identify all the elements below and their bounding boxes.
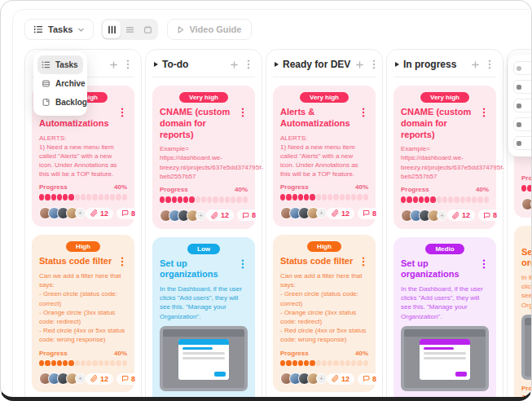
column-to-do: To-doVery highCNAME (custom domain for r… [145,49,262,401]
screenshot-thumbnail [401,326,489,391]
progress-value: 40% [476,396,489,401]
dropdown-item-tasks[interactable]: Tasks [37,55,83,74]
task-card[interactable]: Very highCNAME (custom domain for report… [394,86,496,229]
progress-dot [280,194,285,200]
card-menu-button[interactable] [117,107,127,118]
progress-dot [286,194,291,200]
progress-dot [243,196,248,203]
comments-chip[interactable]: 8 [237,209,261,221]
progress-dot [51,194,56,200]
progress-label: Progress [401,396,429,401]
column-menu-button[interactable] [485,59,495,70]
comments-chip[interactable]: 8 [358,373,381,385]
progress-dot [51,360,56,367]
card-menu-button[interactable] [117,256,127,267]
progress-dot [304,360,309,367]
card-menu-button[interactable] [238,107,248,118]
paperclip-icon [90,209,98,217]
attachments-chip[interactable]: 12 [327,208,354,219]
floating-action-button[interactable] [513,136,532,150]
assignee-avatars: + [160,209,206,222]
progress-row: Progress40% [521,174,532,182]
calendar-view-icon [143,25,152,34]
progress-dot [316,194,321,200]
card-menu-button[interactable] [479,107,489,118]
priority-badge-row: Very high [401,92,489,103]
progress-dot [328,194,332,200]
task-card[interactable]: HighStatus code filterCan we add a filte… [32,235,134,392]
add-card-button[interactable] [108,59,119,70]
caret-right-icon [154,62,158,67]
thumbnail-modal-header [178,339,229,345]
task-card[interactable]: HighStatus code filterCan we add a filte… [273,235,376,392]
progress-dots [39,360,127,367]
comments-chip[interactable]: 8 [117,373,140,385]
column-menu-button[interactable] [244,59,253,70]
card-description: In the Dashboard, if the user clicks "Ad… [401,284,489,321]
paperclip-icon [90,375,98,382]
column-menu-button[interactable] [123,59,133,70]
task-card[interactable]: Very highCNAME (custom domain for report… [152,86,255,229]
add-card-button[interactable] [470,59,481,70]
avatar-extra[interactable]: + [316,373,327,384]
avatar-extra[interactable]: + [75,373,86,384]
assignee-avatars: + [401,209,447,222]
column-header: Ready for DEV [273,57,376,77]
floating-action-button[interactable] [513,117,532,131]
progress-dot [363,360,368,367]
avatar-extra[interactable]: + [316,208,327,218]
task-card[interactable]: MedioSet up organizationsIn the Dashboar… [394,237,496,401]
attachments-chip[interactable]: 12 [86,373,113,385]
dropdown-item-backlog[interactable]: Backlog [37,93,83,112]
kanban-view-button[interactable] [103,20,121,38]
attachments-chip[interactable]: 12 [327,373,354,385]
kebab-icon [370,59,378,69]
video-guide-button[interactable]: Video Guide [167,19,252,40]
task-card[interactable]: Very highAlerts & AutomatizationsALERTS:… [273,86,376,227]
add-card-button[interactable] [229,59,240,70]
card-menu-button[interactable] [358,256,368,267]
attachments-chip[interactable]: 12 [206,209,234,221]
card-description: Can we add a filter here that says: - Gr… [39,271,127,345]
floating-action-button[interactable] [513,80,532,94]
progress-dot [225,196,230,203]
card-menu-button[interactable] [238,258,248,270]
priority-badge: Medio [425,244,464,254]
add-card-button[interactable] [354,59,365,70]
progress-dot [484,196,489,203]
floating-action-button[interactable] [513,61,532,75]
card-menu-button[interactable] [479,258,489,270]
calendar-view-button[interactable] [138,20,156,38]
task-card[interactable]: LowSet up organizationsIn the Dashboard,… [152,237,255,401]
attachments-count: 12 [100,375,108,383]
card-header: Set up organizations [160,258,248,281]
avatar-extra[interactable]: + [196,210,206,221]
progress-row: Progress40% [280,183,368,191]
progress-dot [310,360,314,367]
progress-dot [454,196,459,203]
comments-chip[interactable]: 8 [358,208,381,219]
avatar-extra[interactable]: + [75,208,86,218]
tasks-dropdown-trigger[interactable]: Tasks [24,19,94,40]
progress-dot [363,194,368,200]
attachments-chip[interactable]: 12 [447,209,475,221]
comments-chip[interactable]: 8 [478,209,502,221]
comments-chip[interactable]: 8 [117,208,140,219]
dropdown-item-archive[interactable]: Archive [37,74,83,93]
card-menu-button[interactable] [358,107,368,118]
thumbnail-topbar [163,329,244,337]
avatar-extra[interactable]: + [437,210,447,221]
list-view-button[interactable] [121,20,138,38]
kebab-icon [118,108,126,117]
progress-dot [45,360,50,367]
attachments-chip[interactable]: 12 [86,208,113,219]
comments-count: 8 [131,209,135,218]
progress-dots [160,196,248,203]
floating-action-button[interactable] [513,99,532,112]
card-description: ALERTS: 1) Need a new menu item called "… [39,134,127,179]
comments-count: 8 [372,375,376,383]
column-menu-button[interactable] [369,59,379,70]
task-card[interactable]: Set up organizationsIn the Dashboard, if… [514,226,532,401]
progress-dot [63,360,68,367]
attachments-count: 12 [462,211,470,219]
